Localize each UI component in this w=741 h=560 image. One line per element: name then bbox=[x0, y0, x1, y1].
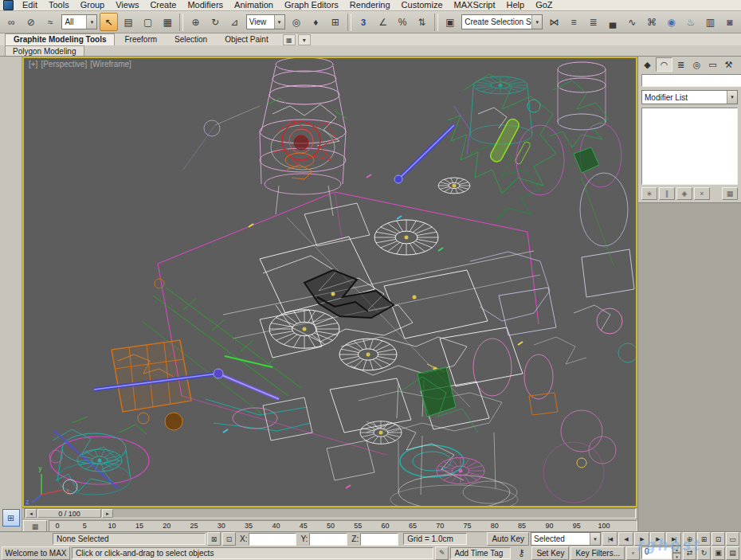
object-name-input[interactable] bbox=[641, 74, 741, 87]
create-panel-tab-icon[interactable]: ◆ bbox=[640, 58, 655, 71]
frame-spin-up-icon[interactable]: ▴ bbox=[672, 546, 681, 553]
set-key-button[interactable]: Set Key bbox=[531, 546, 569, 560]
reference-coordinate-system-dropdown[interactable]: View▼ bbox=[246, 14, 285, 29]
ribbon-tab-selection[interactable]: Selection bbox=[167, 34, 215, 45]
keyboard-shortcut-override-icon[interactable]: ⊞ bbox=[326, 13, 343, 31]
viewport-pov-menu[interactable]: [Perspective] bbox=[41, 60, 87, 69]
align-icon[interactable]: ≡ bbox=[565, 13, 582, 31]
selection-filter-dropdown-arrow-icon[interactable]: ▼ bbox=[86, 15, 96, 29]
select-and-link-icon[interactable]: ∞ bbox=[2, 13, 20, 31]
select-and-scale-icon[interactable]: ⊿ bbox=[225, 13, 243, 31]
ribbon-tab-object-paint[interactable]: Object Paint bbox=[217, 34, 276, 45]
utilities-panel-tab-icon[interactable]: ⚒ bbox=[721, 58, 736, 71]
select-object-icon[interactable]: ↖ bbox=[100, 13, 117, 31]
time-slider-next-arrow[interactable]: ► bbox=[102, 509, 113, 518]
graphite-ribbon-toggle-icon[interactable]: ▄ bbox=[604, 13, 621, 31]
selection-lock-toggle-icon[interactable]: ⊠ bbox=[207, 532, 221, 546]
viewport-layout-tab-icon[interactable]: ⊞ bbox=[2, 509, 20, 527]
select-and-rotate-icon[interactable]: ↻ bbox=[206, 13, 224, 31]
auto-key-button[interactable]: Auto Key bbox=[487, 532, 529, 546]
modifier-list-arrow-icon[interactable]: ▼ bbox=[727, 91, 737, 104]
go-to-start-button[interactable]: |◀ bbox=[602, 532, 618, 546]
ribbon-tool-icon[interactable]: ▦ bbox=[283, 34, 296, 45]
go-to-end-button[interactable]: ▶| bbox=[666, 532, 681, 546]
ribbon-minimize-icon[interactable]: ▾ bbox=[298, 34, 311, 45]
viewport-general-menu[interactable]: [+] bbox=[29, 60, 37, 69]
time-slider-handle[interactable]: 0 / 100 bbox=[37, 509, 101, 518]
reference-coordinate-system-dropdown-arrow-icon[interactable]: ▼ bbox=[274, 15, 284, 29]
frame-spin-down-icon[interactable]: ▾ bbox=[672, 553, 681, 560]
select-by-name-icon[interactable]: ▤ bbox=[120, 13, 137, 31]
select-and-move-icon[interactable]: ⊕ bbox=[186, 13, 204, 31]
edit-named-selection-sets-icon[interactable]: ▣ bbox=[441, 13, 459, 31]
zoom-region-button[interactable]: ▭ bbox=[726, 532, 739, 546]
menu-graph-editors[interactable]: Graph Editors bbox=[279, 0, 344, 10]
hierarchy-panel-tab-icon[interactable]: ≣ bbox=[673, 58, 688, 71]
menu-create[interactable]: Create bbox=[144, 0, 182, 10]
viewport-nav-extra-button[interactable]: ▤ bbox=[726, 546, 739, 560]
zoom-button[interactable]: ⊕ bbox=[683, 532, 696, 546]
key-filters-button[interactable]: Key Filters... bbox=[570, 546, 625, 560]
previous-frame-button[interactable]: ◀ bbox=[618, 532, 633, 546]
play-button[interactable]: ▶ bbox=[634, 532, 649, 546]
menu-group[interactable]: Group bbox=[75, 0, 111, 10]
rendered-frame-window-icon[interactable]: ▥ bbox=[701, 13, 719, 31]
add-time-tag-field[interactable]: Add Time Tag bbox=[450, 547, 511, 559]
render-setup-icon[interactable]: ♨ bbox=[682, 13, 700, 31]
x-coordinate-input[interactable] bbox=[249, 533, 296, 546]
perspective-viewport[interactable]: [+] [Perspective] [Wireframe] bbox=[22, 57, 637, 507]
welcome-to-max-button[interactable]: Welcome to MAX bbox=[2, 546, 70, 560]
selected-set-dropdown[interactable]: Selected ▼ bbox=[531, 532, 601, 546]
modifier-list-dropdown[interactable]: Modifier List ▼ bbox=[641, 90, 738, 104]
select-and-manipulate-icon[interactable]: ♦ bbox=[307, 13, 324, 31]
menu-help[interactable]: Help bbox=[501, 0, 531, 10]
set-key-icon[interactable]: ⚷ bbox=[512, 547, 530, 559]
time-slider-track[interactable]: ◄ 0 / 100 ► bbox=[24, 508, 636, 519]
render-production-icon[interactable]: ◙ bbox=[721, 13, 739, 31]
modify-panel-tab-icon[interactable]: ◠ bbox=[656, 57, 672, 72]
orbit-button[interactable]: ↻ bbox=[697, 546, 711, 560]
use-pivot-point-center-icon[interactable]: ◎ bbox=[288, 13, 305, 31]
next-frame-button[interactable]: ▶ bbox=[650, 532, 665, 546]
selection-filter-dropdown[interactable]: All▼ bbox=[61, 14, 97, 29]
percent-snap-icon[interactable]: % bbox=[394, 13, 411, 31]
material-editor-icon[interactable]: ◉ bbox=[662, 13, 680, 31]
menu-tools[interactable]: Tools bbox=[43, 0, 75, 10]
angle-snap-icon[interactable]: ∠ bbox=[374, 13, 391, 31]
current-frame-value[interactable]: 0 bbox=[641, 546, 672, 559]
ribbon-tab-freeform[interactable]: Freeform bbox=[116, 34, 165, 45]
menu-views[interactable]: Views bbox=[110, 0, 144, 10]
remove-modifier-button[interactable]: × bbox=[694, 187, 710, 200]
modifier-stack-list[interactable] bbox=[641, 108, 738, 185]
snap-toggle-3d-icon[interactable]: 3 bbox=[355, 13, 372, 31]
menu-animation[interactable]: Animation bbox=[229, 0, 279, 10]
menu-edit[interactable]: Edit bbox=[17, 0, 43, 10]
window-crossing-toggle-icon[interactable]: ▦ bbox=[159, 13, 176, 31]
z-coordinate-input[interactable] bbox=[360, 533, 398, 546]
selected-set-arrow-icon[interactable]: ▼ bbox=[590, 533, 600, 545]
zoom-extents-button[interactable]: ⊡ bbox=[712, 532, 725, 546]
spinner-snap-icon[interactable]: ⇅ bbox=[413, 13, 430, 31]
pan-button[interactable]: ⇄ bbox=[683, 546, 696, 560]
mirror-icon[interactable]: ⋈ bbox=[545, 13, 563, 31]
app-icon[interactable] bbox=[3, 0, 14, 10]
zoom-all-button[interactable]: ⊞ bbox=[697, 532, 711, 546]
current-frame-spinner[interactable]: 0 ▴ ▾ bbox=[641, 546, 681, 560]
make-unique-button[interactable]: ◈ bbox=[676, 187, 692, 200]
schematic-view-icon[interactable]: ⌘ bbox=[643, 13, 661, 31]
bind-to-space-warp-icon[interactable]: ≈ bbox=[41, 13, 59, 31]
display-panel-tab-icon[interactable]: ▭ bbox=[705, 58, 720, 71]
named-selection-sets-dropdown[interactable]: Create Selection Se▼ bbox=[461, 14, 543, 29]
menu-maxscript[interactable]: MAXScript bbox=[449, 0, 501, 10]
menu-modifiers[interactable]: Modifiers bbox=[182, 0, 229, 10]
menu-goz[interactable]: GoZ bbox=[530, 0, 558, 10]
menu-rendering[interactable]: Rendering bbox=[344, 0, 396, 10]
viewport-shading-menu[interactable]: [Wireframe] bbox=[90, 60, 131, 69]
configure-modifier-sets-button[interactable]: ▦ bbox=[722, 187, 738, 200]
layer-manager-icon[interactable]: ≣ bbox=[584, 13, 602, 31]
motion-panel-tab-icon[interactable]: ◎ bbox=[689, 58, 704, 71]
time-slider-prev-arrow[interactable]: ◄ bbox=[25, 509, 37, 518]
maximize-viewport-button[interactable]: ▣ bbox=[712, 546, 725, 560]
time-tag-icon[interactable]: ✎ bbox=[435, 546, 449, 560]
pin-stack-button[interactable]: ∗ bbox=[641, 187, 657, 200]
